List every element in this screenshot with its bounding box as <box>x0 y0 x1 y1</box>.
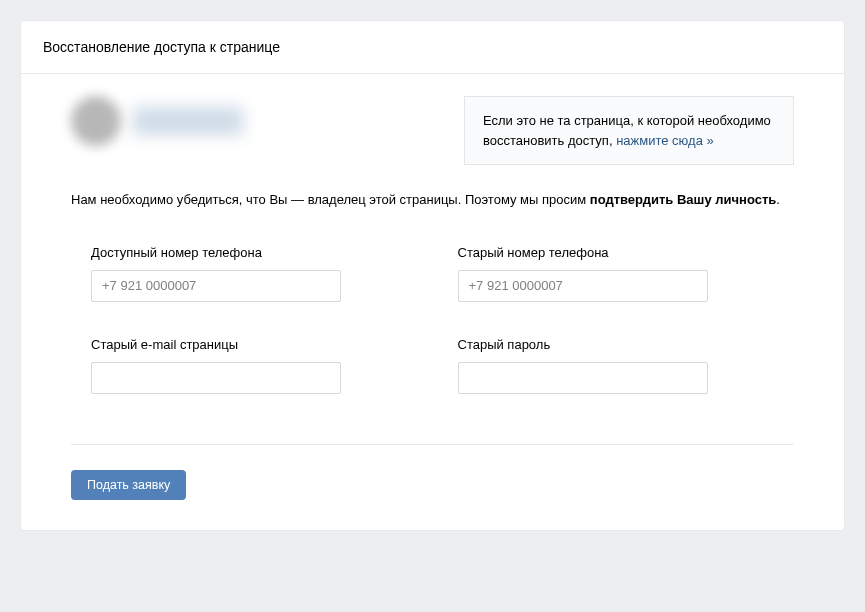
available-phone-label: Доступный номер телефона <box>91 245 408 260</box>
panel-header: Восстановление доступа к странице <box>21 21 844 74</box>
old-password-input[interactable] <box>458 362 708 394</box>
available-phone-input[interactable] <box>91 270 341 302</box>
old-password-group: Старый пароль <box>458 337 775 394</box>
profile-name-blurred <box>133 107 243 135</box>
submit-button[interactable]: Подать заявку <box>71 470 186 500</box>
old-email-label: Старый e-mail страницы <box>91 337 408 352</box>
click-here-link[interactable]: нажмите сюда » <box>616 133 714 148</box>
old-phone-group: Старый номер телефона <box>458 245 775 302</box>
description-text: Нам необходимо убедиться, что Вы — владе… <box>71 190 794 210</box>
divider <box>71 444 794 445</box>
page-title: Восстановление доступа к странице <box>43 39 822 55</box>
form-grid: Доступный номер телефона Старый номер те… <box>71 245 794 394</box>
old-email-group: Старый e-mail страницы <box>91 337 408 394</box>
old-password-label: Старый пароль <box>458 337 775 352</box>
recovery-panel: Восстановление доступа к странице Если э… <box>20 20 845 531</box>
old-email-input[interactable] <box>91 362 341 394</box>
avatar <box>71 96 121 146</box>
top-row: Если это не та страница, к которой необх… <box>71 96 794 165</box>
available-phone-group: Доступный номер телефона <box>91 245 408 302</box>
old-phone-label: Старый номер телефона <box>458 245 775 260</box>
wrong-page-notice: Если это не та страница, к которой необх… <box>464 96 794 165</box>
old-phone-input[interactable] <box>458 270 708 302</box>
panel-content: Если это не та страница, к которой необх… <box>21 74 844 530</box>
profile-block <box>71 96 243 146</box>
